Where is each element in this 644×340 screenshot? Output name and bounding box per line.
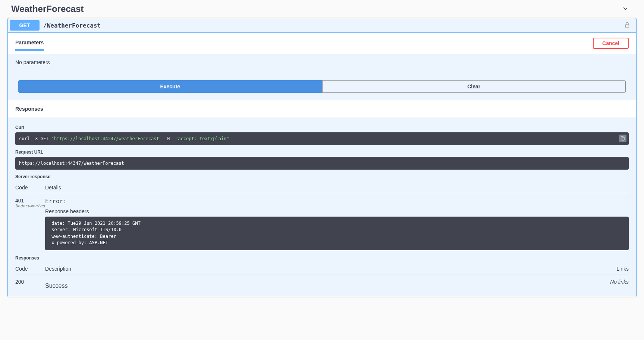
response-details-col: Error: Response headers date: Tue29 Jun … [45,198,629,254]
curl-code: curl -X GET "https://localhost:44347/Wea… [15,132,629,145]
response-code-col: 401 Undocumented [15,198,45,254]
curl-header: "accept: text/plain" [175,136,229,141]
operation-summary[interactable]: GET /WeatherForecast [8,18,636,33]
cancel-button[interactable]: Cancel [593,38,629,49]
documented-responses-label: Responses [15,255,629,261]
col-code2: Code [15,266,45,272]
parameters-header: Parameters Cancel [8,33,636,54]
col-links: Links [599,266,629,272]
server-response-table-header: Code Details [15,182,629,193]
documented-links: No links [599,279,629,289]
curl-prefix: curl -X [19,136,41,141]
response-body: Curl curl -X GET "https://localhost:4434… [8,117,636,297]
request-url-label: Request URL [15,149,629,155]
no-parameters-text: No parameters [8,54,636,80]
execute-button[interactable]: Execute [18,80,322,93]
method-badge: GET [10,20,40,31]
clear-button[interactable]: Clear [322,80,626,93]
curl-method: GET [41,136,51,141]
server-response-row: 401 Undocumented Error: Response headers… [15,193,629,254]
response-code: 401 [15,198,45,204]
response-headers-block: date: Tue29 Jun 2021 20:59:25 GMT server… [45,217,629,250]
tab-parameters[interactable]: Parameters [15,36,44,51]
chevron-down-icon [622,5,629,13]
documented-description-col: Success [45,279,599,289]
documented-response-row: 200 Success No links [15,274,629,289]
col-description: Description [45,266,599,272]
copy-icon[interactable] [619,135,626,142]
documented-description: Success [45,279,599,289]
tag-header[interactable]: WeatherForecast [7,0,637,18]
action-buttons: Execute Clear [8,80,636,100]
tag-title: WeatherForecast [11,4,84,14]
response-headers-label: Response headers [45,208,629,214]
request-url-value: https://localhost:44347/WeatherForecast [15,157,629,170]
col-details: Details [45,185,629,191]
operation-block: GET /WeatherForecast Parameters Cancel N… [7,18,637,297]
curl-url: "https://localhost:44347/WeatherForecast… [51,136,162,141]
lock-icon[interactable] [624,22,634,29]
documented-responses-header: Code Description Links [15,264,629,274]
undocumented-label: Undocumented [15,204,45,208]
responses-heading: Responses [8,100,636,117]
curl-label: Curl [15,125,629,130]
documented-code: 200 [15,279,45,289]
col-code: Code [15,185,45,191]
server-response-label: Server response [15,174,629,179]
curl-flag: -H [162,136,175,141]
error-label: Error: [45,198,629,205]
endpoint-path: /WeatherForecast [40,22,624,29]
